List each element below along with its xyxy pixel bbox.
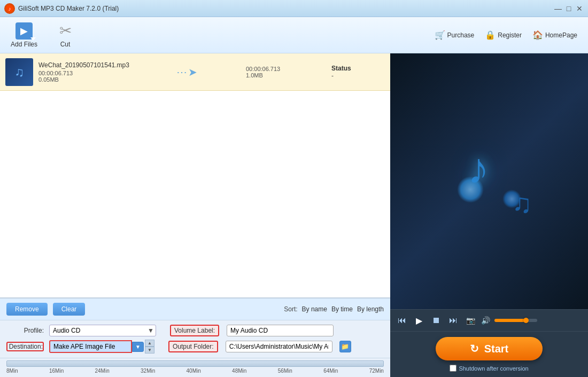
bottom-controls: Remove Clear Sort: By name By time By le… — [0, 298, 390, 320]
home-icon: 🏠 — [532, 30, 543, 40]
window-controls: — □ ✕ — [554, 4, 584, 13]
volume-slider[interactable] — [494, 319, 537, 322]
main-area: ♫ WeChat_20190507101541.mp3 00:00:06.713… — [0, 53, 588, 377]
snapshot-button[interactable]: 📷 — [464, 314, 477, 327]
add-files-icon: ▶ — [16, 22, 33, 40]
timeline-labels: 8Min 16Min 24Min 32Min 40Min 48Min 56Min… — [6, 368, 384, 374]
output-input[interactable] — [226, 341, 332, 352]
sort-by-name-button[interactable]: By name — [302, 305, 327, 313]
timeline: 8Min 16Min 24Min 32Min 40Min 48Min 56Min… — [0, 358, 390, 377]
timeline-mark-2: 24Min — [95, 368, 110, 374]
music-visualization: ♪ ♫ — [436, 133, 543, 230]
register-button[interactable]: 🔒 Register — [481, 28, 526, 42]
volume-input[interactable] — [227, 325, 334, 336]
restore-button[interactable]: □ — [564, 4, 573, 13]
cut-button[interactable]: ✂ Cut — [52, 20, 78, 50]
big-music-note-icon: ♪ — [468, 144, 489, 193]
play-button[interactable]: ▶ — [413, 314, 425, 327]
settings-area: Profile: Audio CD MP3 CD Data CD ▼ Volum… — [0, 320, 390, 358]
timeline-mark-3: 32Min — [141, 368, 155, 374]
homepage-button[interactable]: 🏠 HomePage — [528, 28, 582, 42]
output-label: Output Folder: — [168, 341, 218, 352]
timeline-mark-8: 72Min — [369, 368, 384, 374]
register-icon: 🔒 — [485, 30, 496, 40]
player-controls: ⏮ ▶ ⏹ ⏭ 📷 🔊 — [390, 309, 588, 331]
toolbar: ▶ Add Files ✂ Cut 🛒 Purchase 🔒 Register … — [0, 17, 588, 53]
start-button[interactable]: ↻ Start — [436, 337, 543, 360]
sort-by-time-button[interactable]: By time — [331, 305, 353, 313]
close-button[interactable]: ✕ — [575, 4, 584, 13]
small-music-note-icon: ♫ — [512, 188, 532, 219]
destination-label: Destination: — [6, 342, 44, 351]
timeline-mark-7: 64Min — [323, 368, 338, 374]
browse-icon: 📁 — [341, 343, 349, 350]
table-row: ♫ WeChat_20190507101541.mp3 00:00:06.713… — [0, 53, 390, 91]
cut-label: Cut — [60, 41, 71, 48]
volume-thumb — [523, 318, 529, 323]
toolbar-right: 🛒 Purchase 🔒 Register 🏠 HomePage — [430, 28, 582, 42]
empty-list-area — [0, 91, 390, 240]
file-list: ♫ WeChat_20190507101541.mp3 00:00:06.713… — [0, 53, 390, 298]
timeline-mark-4: 40Min — [187, 368, 201, 374]
start-refresh-icon: ↻ — [470, 342, 479, 355]
file-thumbnail: ♫ — [5, 58, 33, 86]
status-label: Status — [331, 65, 385, 72]
destination-select-wrapper: ▼ ▲ ▼ — [49, 340, 154, 354]
stop-button[interactable]: ⏹ — [430, 314, 443, 327]
browse-button[interactable]: 📁 — [339, 341, 351, 352]
file-size-out: 1.0MB — [246, 72, 331, 78]
cart-icon: 🛒 — [435, 30, 445, 40]
settings-row-2: Destination: ▼ ▲ ▼ Output Folder: 📁 — [6, 340, 384, 354]
profile-select-wrapper: Audio CD MP3 CD Data CD ▼ — [49, 325, 156, 336]
app-title: GiliSoft MP3 CD Maker 7.2.0 (Trial) — [18, 5, 119, 12]
destination-dropdown-button[interactable]: ▼ — [132, 342, 144, 352]
profile-label: Profile: — [6, 327, 44, 334]
destination-up-button[interactable]: ▲ — [145, 340, 154, 347]
destination-updown: ▲ ▼ — [145, 340, 154, 354]
timeline-mark-6: 56Min — [278, 368, 292, 374]
arrow-icon: ⋯➤ — [176, 66, 198, 78]
remove-button[interactable]: Remove — [6, 303, 48, 316]
cut-icon: ✂ — [57, 22, 74, 40]
skip-back-button[interactable]: ⏮ — [396, 314, 408, 327]
settings-row-1: Profile: Audio CD MP3 CD Data CD ▼ Volum… — [6, 325, 384, 336]
left-panel: ♫ WeChat_20190507101541.mp3 00:00:06.713… — [0, 53, 390, 377]
svg-text:♪: ♪ — [9, 6, 11, 12]
profile-select[interactable]: Audio CD MP3 CD Data CD — [49, 325, 156, 336]
file-name: WeChat_20190507101541.mp3 — [38, 61, 129, 69]
file-duration-out: 00:00:06.713 — [246, 66, 331, 72]
file-info: WeChat_20190507101541.mp3 00:00:06.713 0… — [38, 61, 129, 83]
timeline-mark-5: 48Min — [232, 368, 246, 374]
sort-by-length-button[interactable]: By length — [357, 305, 384, 313]
register-label: Register — [498, 32, 522, 39]
arrow-area: ⋯➤ — [129, 66, 246, 78]
file-output: 00:00:06.713 1.0MB — [246, 66, 331, 78]
minimize-button[interactable]: — — [554, 4, 562, 13]
status-value: - — [331, 72, 385, 80]
file-duration-in: 00:00:06.713 — [38, 70, 129, 76]
start-label: Start — [484, 343, 509, 355]
file-status: Status - — [331, 65, 385, 80]
shutdown-checkbox-area: Shutdown after conversion — [450, 365, 528, 372]
timeline-mark-0: 8Min — [6, 368, 18, 374]
volume-label: Volume Label: — [170, 325, 219, 336]
file-size-in: 0.05MB — [38, 76, 129, 83]
shutdown-label: Shutdown after conversion — [459, 365, 528, 372]
homepage-label: HomePage — [545, 32, 577, 39]
app-icon: ♪ — [4, 3, 15, 14]
purchase-button[interactable]: 🛒 Purchase — [430, 28, 479, 42]
sort-area: Sort: By name By time By length — [284, 305, 384, 313]
right-panel: ♪ ♫ ⏮ ▶ ⏹ ⏭ 📷 🔊 ↻ Start Shutdown after — [390, 53, 588, 377]
purchase-label: Purchase — [447, 32, 475, 39]
destination-input[interactable] — [49, 340, 132, 353]
add-files-button[interactable]: ▶ Add Files — [6, 20, 42, 50]
sort-label: Sort: — [284, 305, 297, 313]
start-area: ↻ Start Shutdown after conversion — [390, 331, 588, 377]
skip-forward-button[interactable]: ⏭ — [447, 314, 460, 327]
volume-icon: 🔊 — [481, 316, 490, 325]
shutdown-checkbox[interactable] — [450, 365, 457, 372]
destination-down-button[interactable]: ▼ — [145, 347, 154, 354]
clear-button[interactable]: Clear — [53, 303, 86, 316]
titlebar: ♪ GiliSoft MP3 CD Maker 7.2.0 (Trial) — … — [0, 0, 588, 17]
add-files-label: Add Files — [11, 41, 37, 48]
